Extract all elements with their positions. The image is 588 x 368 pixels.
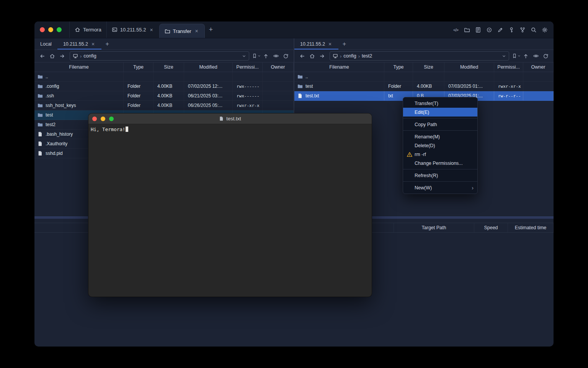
close-tab-icon[interactable]: × (327, 41, 333, 48)
menu-item-refresh[interactable]: Refresh(R) (403, 171, 477, 180)
path-segment[interactable]: config (343, 53, 356, 59)
close-tab-icon[interactable]: × (90, 41, 96, 48)
edit-icon[interactable] (495, 25, 505, 35)
settings-icon[interactable] (539, 25, 550, 35)
column-header-modified[interactable]: Modified (444, 62, 494, 72)
add-panel-tab-button[interactable]: + (338, 38, 350, 49)
menu-item-rm-rf[interactable]: rm -rf (403, 150, 477, 159)
path-segment[interactable]: config (83, 53, 96, 59)
folder-icon (38, 103, 43, 108)
path-bar[interactable]: › config (70, 51, 249, 61)
menu-item-rename[interactable]: Rename(M) (403, 132, 477, 141)
close-window-button[interactable] (92, 117, 97, 121)
path-segment[interactable]: test2 (362, 53, 372, 59)
forward-icon[interactable] (317, 51, 327, 61)
chevron-down-icon[interactable] (242, 54, 246, 58)
table-row[interactable]: ssh_host_keys Folder4.00KB06/26/2025 05:… (34, 101, 294, 110)
table-row[interactable]: test Folder4.00KB07/03/2025 01:...rwxr-x… (294, 82, 554, 91)
filename: .bash_history (46, 131, 73, 137)
home-icon[interactable] (307, 51, 317, 61)
home-icon[interactable] (47, 51, 57, 61)
search-icon[interactable] (528, 25, 539, 35)
column-header-type[interactable]: Type (124, 62, 154, 72)
filename: sshd.pid (46, 151, 63, 156)
tab-label: Transfer (173, 28, 191, 34)
column-header-estimated-time[interactable]: Estimated time (508, 223, 554, 232)
folder-icon (38, 74, 43, 79)
menu-item-label: New(W) (415, 185, 432, 191)
menu-item-new[interactable]: New(W) › (403, 183, 477, 192)
tab-label: Termora (83, 27, 101, 33)
menu-separator (403, 118, 477, 118)
text-cursor (126, 127, 128, 132)
tab-transfer[interactable]: Transfer × (159, 24, 205, 38)
column-header-owner[interactable]: Owner (523, 62, 554, 72)
close-tab-icon[interactable]: × (194, 28, 199, 34)
column-header-permissions[interactable]: Permissi... (494, 62, 523, 72)
zoom-window-button[interactable] (109, 117, 114, 121)
column-header-size[interactable]: Size (154, 62, 184, 72)
column-header-size[interactable]: Size (413, 62, 444, 72)
bookmark-dropdown[interactable] (252, 53, 261, 59)
close-tab-icon[interactable]: × (149, 26, 154, 33)
chevron-down-icon[interactable] (502, 54, 506, 58)
table-row[interactable]: .. (34, 72, 294, 82)
menu-item-copy-path[interactable]: Copy Path (403, 120, 477, 129)
log-icon[interactable] (473, 25, 483, 35)
table-row[interactable]: .ssh Folder4.00KB06/21/2025 03:...rwx---… (34, 91, 294, 101)
show-hidden-icon[interactable] (531, 51, 541, 61)
new-tab-button[interactable]: + (205, 21, 217, 38)
table-row[interactable]: .config Folder4.00KB07/02/2025 12:...rwx… (34, 82, 294, 91)
bookmark-dropdown[interactable] (512, 53, 521, 59)
column-header-filename[interactable]: Filename (294, 62, 384, 72)
show-hidden-icon[interactable] (271, 51, 281, 61)
code-icon[interactable]: </> (451, 25, 461, 35)
context-menu: Transfer(T) Edit(E) Copy Path Rename(M) … (403, 97, 478, 194)
refresh-icon[interactable] (541, 51, 550, 61)
editor-titlebar[interactable]: test.txt (88, 113, 372, 124)
path-bar[interactable]: › config › test2 (330, 51, 509, 61)
key-icon[interactable] (506, 25, 516, 35)
titlebar[interactable]: Termora 10.211.55.2 × Transfer × + </> (34, 21, 554, 38)
column-header-modified[interactable]: Modified (184, 62, 233, 72)
column-header-owner[interactable]: Owner (263, 62, 294, 72)
file-icon (297, 93, 303, 99)
minimize-window-button[interactable] (101, 117, 105, 121)
menu-item-edit[interactable]: Edit(E) (403, 108, 477, 117)
up-directory-icon[interactable] (261, 51, 271, 61)
table-row[interactable]: .. (294, 72, 554, 82)
filename: .config (46, 84, 59, 89)
back-icon[interactable] (38, 51, 47, 61)
menu-item-delete[interactable]: Delete(D) (403, 141, 477, 150)
forward-icon[interactable] (57, 51, 67, 61)
close-window-button[interactable] (40, 27, 45, 32)
column-header-filename[interactable]: Filename (34, 62, 124, 72)
editor-content[interactable]: Hi, Termora! (88, 124, 372, 297)
record-icon[interactable] (484, 25, 494, 35)
menu-item-change-permissions[interactable]: Change Permissions... (403, 159, 477, 168)
branch-icon[interactable] (517, 25, 528, 35)
filename: test (46, 112, 53, 118)
tab-termora-home[interactable]: Termora (69, 21, 106, 38)
bookmark-icon (512, 53, 517, 59)
tab-remote-host[interactable]: 10.211.55.2 × (57, 38, 101, 49)
up-directory-icon[interactable] (521, 51, 531, 61)
filename: .. (305, 74, 308, 79)
right-nav-bar: › config › test2 (294, 50, 554, 62)
menu-item-transfer[interactable]: Transfer(T) (403, 99, 477, 108)
folder-icon[interactable] (462, 25, 472, 35)
refresh-icon[interactable] (281, 51, 291, 61)
tab-ssh-session[interactable]: 10.211.55.2 × (106, 21, 159, 38)
tab-local[interactable]: Local (34, 38, 57, 49)
filename: .. (46, 74, 48, 79)
add-panel-tab-button[interactable]: + (101, 38, 113, 49)
column-header-type[interactable]: Type (384, 62, 413, 72)
minimize-window-button[interactable] (48, 27, 53, 32)
editor-text: Hi, Termora! (91, 127, 125, 132)
back-icon[interactable] (297, 51, 307, 61)
tab-remote-host[interactable]: 10.211.55.2 × (294, 38, 338, 49)
column-header-permissions[interactable]: Permissi... (233, 62, 263, 72)
zoom-window-button[interactable] (57, 27, 62, 32)
column-header-speed[interactable]: Speed (474, 223, 508, 232)
column-header-target-path[interactable]: Target Path (394, 223, 474, 232)
